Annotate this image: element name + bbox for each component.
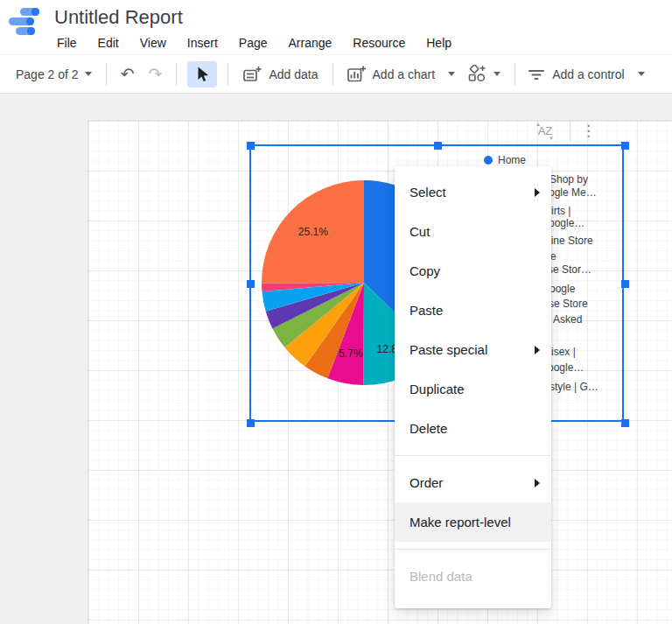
context-menu-item-paste-special[interactable]: Paste special — [395, 330, 551, 369]
menu-separator — [395, 549, 551, 550]
toolbar-divider — [332, 63, 333, 86]
menu-item-label: Paste special — [410, 342, 487, 357]
more-vert-icon[interactable]: ⋮ — [581, 122, 596, 141]
add-chart-icon — [346, 66, 366, 83]
page-selector-label: Page 2 of 2 — [16, 67, 79, 81]
menu-item-label: Paste — [410, 303, 443, 318]
redo-button[interactable]: ↷ — [149, 64, 163, 84]
page-selector[interactable]: Page 2 of 2 — [16, 67, 92, 81]
menu-item-label: Order — [410, 475, 443, 490]
community-visualizations-icon — [467, 65, 487, 83]
selection-handle[interactable] — [247, 419, 255, 427]
add-control-button[interactable]: Add a control — [528, 67, 645, 81]
menu-item-label: Delete — [410, 421, 447, 436]
menubar: FileEditViewInsertPageArrangeResourceHel… — [57, 36, 472, 50]
menu-item-label: Select — [410, 185, 446, 200]
menu-page[interactable]: Page — [239, 36, 268, 50]
chevron-down-icon — [448, 72, 455, 76]
context-menu-item-make-report-level[interactable]: Make report-level — [395, 502, 551, 542]
context-menu-item-select[interactable]: Select — [395, 172, 551, 212]
selection-handle[interactable] — [621, 419, 629, 427]
add-chart-button[interactable]: Add a chart — [346, 66, 456, 83]
menu-insert[interactable]: Insert — [187, 36, 218, 50]
chevron-down-icon — [494, 72, 500, 76]
filter-control-icon — [528, 67, 545, 81]
context-menu-item-duplicate[interactable]: Duplicate — [395, 369, 551, 409]
toolbar: Page 2 of 2 ↶ ↷ Add data Add a chart — [0, 54, 672, 94]
selection-handle[interactable] — [621, 280, 629, 288]
menu-item-label: Copy — [410, 263, 440, 278]
toolbar-divider — [106, 63, 107, 86]
add-data-label: Add data — [269, 67, 318, 81]
chevron-down-icon — [638, 72, 645, 76]
add-control-label: Add a control — [552, 67, 625, 81]
menu-arrange[interactable]: Arrange — [289, 36, 332, 50]
menu-resource[interactable]: Resource — [353, 36, 405, 50]
cursor-arrow-icon — [194, 66, 210, 82]
toolbar-divider — [228, 63, 228, 86]
selection-handle[interactable] — [434, 142, 442, 150]
context-menu: SelectCutCopyPastePaste specialDuplicate… — [395, 166, 551, 608]
context-menu-item-cut[interactable]: Cut — [395, 212, 551, 251]
add-chart-label: Add a chart — [373, 67, 436, 81]
selection-handle[interactable] — [621, 142, 629, 150]
menu-item-label: Cut — [410, 224, 430, 239]
context-menu-item-copy[interactable]: Copy — [395, 251, 551, 291]
menu-edit[interactable]: Edit — [98, 36, 119, 50]
undo-button[interactable]: ↶ — [121, 64, 135, 84]
submenu-arrow-icon — [535, 188, 540, 197]
menu-item-label: Duplicate — [410, 382, 465, 396]
submenu-arrow-icon — [535, 479, 540, 487]
chart-toolbar-divider — [570, 121, 570, 142]
context-menu-item-paste[interactable]: Paste — [395, 291, 551, 330]
toolbar-divider — [176, 63, 177, 86]
context-menu-item-blend-data: Blend data — [395, 557, 551, 596]
sort-az-icon[interactable]: ▲AZ▼ — [532, 122, 558, 141]
selection-handle[interactable] — [247, 142, 255, 150]
context-menu-item-order[interactable]: Order — [395, 463, 551, 502]
report-title[interactable]: Untitled Report — [54, 6, 183, 29]
sort-asc-caret-icon: ▲ — [536, 122, 541, 127]
context-menu-item-delete[interactable]: Delete — [395, 409, 551, 448]
chart-hover-toolbar: ▲AZ▼ ⋮ — [532, 120, 615, 143]
sort-desc-caret-icon: ▼ — [549, 136, 554, 141]
submenu-arrow-icon — [535, 346, 540, 354]
selection-handle[interactable] — [247, 280, 255, 288]
menu-help[interactable]: Help — [426, 36, 452, 50]
menu-item-label: Blend data — [410, 569, 472, 584]
add-data-icon — [242, 66, 262, 83]
add-data-button[interactable]: Add data — [242, 66, 318, 83]
menu-item-label: Make report-level — [410, 515, 511, 529]
menu-file[interactable]: File — [57, 36, 77, 50]
community-visualizations-button[interactable] — [467, 65, 500, 83]
select-tool-button[interactable] — [187, 61, 217, 88]
app-header: Untitled Report FileEditViewInsertPageAr… — [0, 0, 672, 54]
chevron-down-icon — [85, 72, 92, 76]
report-canvas[interactable]: ▲AZ▼ ⋮ 37.3%12.8%5.7%25.1% Home Shop byo… — [0, 94, 672, 624]
menu-separator — [395, 455, 551, 456]
toolbar-divider — [514, 63, 515, 86]
menu-view[interactable]: View — [140, 36, 166, 50]
looker-studio-logo-icon — [9, 5, 44, 39]
